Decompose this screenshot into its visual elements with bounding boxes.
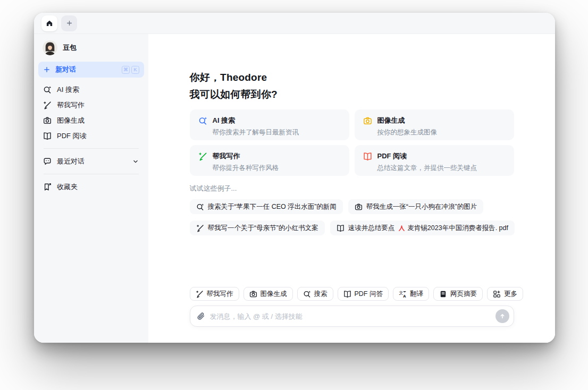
example-chips: 搜索关于“苹果下一任 CEO 浮出水面”的新闻 帮我生成一张“一只小狗在冲浪”的… (190, 199, 519, 235)
card-description: 帮你搜索并了解每日最新资讯 (213, 128, 341, 137)
skill-chip-pdf-qa[interactable]: PDF 问答 (338, 287, 389, 301)
camera-icon (249, 290, 257, 298)
plus-icon (66, 20, 73, 27)
more-grid-icon (493, 290, 501, 298)
translate-icon (399, 290, 407, 298)
sidebar-item-recent-chats[interactable]: 最近对话 (38, 154, 144, 169)
skill-label: 图像生成 (261, 290, 287, 299)
feature-card-ai-search[interactable]: AI 搜索 帮你搜索并了解每日最新资讯 (190, 109, 349, 140)
skill-label: 网页摘要 (450, 290, 477, 299)
pdf-attachment: 麦肯锡2023年中国消费者报告. pdf (398, 224, 508, 233)
skill-chip-help-me-write[interactable]: 帮我写作 (190, 287, 239, 301)
bookmark-add-icon (43, 183, 52, 191)
camera-icon (363, 116, 372, 125)
sidebar: 豆包 新对话 ⌘ K AI 搜索 帮我写作 (34, 34, 148, 343)
tab-home[interactable] (41, 15, 57, 31)
feature-card-image-generation[interactable]: 图像生成 按你的想象生成图像 (355, 109, 514, 140)
search-sparkle-icon (303, 290, 311, 298)
pen-sparkle-icon (198, 152, 207, 161)
example-chip-generate-image[interactable]: 帮我生成一张“一只小狗在冲浪”的图片 (348, 199, 483, 214)
message-composer (190, 306, 514, 327)
keyboard-shortcut: ⌘ K (122, 66, 139, 74)
pen-sparkle-icon (196, 224, 204, 232)
new-chat-label: 新对话 (55, 65, 117, 74)
skill-chip-webpage-summary[interactable]: 网页摘要 (433, 287, 483, 301)
main-panel: 你好，Theodore 我可以如何帮到你? AI 搜索 帮你搜索并了解每日最新资… (148, 34, 555, 343)
skill-label: 帮我写作 (207, 290, 233, 299)
chat-bubble-icon (43, 157, 52, 166)
window-tab-bar (34, 13, 555, 34)
message-input[interactable] (210, 312, 495, 320)
pdf-file-icon (398, 225, 405, 232)
divider (44, 174, 139, 174)
card-title: AI 搜索 (213, 116, 236, 125)
pen-sparkle-icon (196, 290, 204, 298)
send-arrow-icon (499, 312, 506, 320)
send-button[interactable] (495, 309, 509, 323)
card-description: 帮你提升各种写作风格 (213, 164, 341, 173)
sidebar-item-help-me-write[interactable]: 帮我写作 (38, 97, 144, 113)
book-icon (43, 132, 52, 140)
book-icon (363, 152, 372, 161)
book-icon (343, 290, 351, 298)
chip-text: 搜索关于“苹果下一任 CEO 浮出水面”的新闻 (208, 202, 337, 211)
sidebar-item-favorites[interactable]: 收藏夹 (38, 179, 144, 194)
skill-chip-translate[interactable]: 翻译 (393, 287, 429, 301)
sidebar-item-label: AI 搜索 (57, 85, 139, 95)
chip-text: 帮我写一个关于“母亲节”的小红书文案 (208, 224, 318, 233)
search-sparkle-icon (43, 86, 52, 94)
webpage-icon (439, 290, 447, 298)
composer-area: 帮我写作 图像生成 搜索 PDF 问答 (148, 287, 555, 343)
sidebar-item-image-generation[interactable]: 图像生成 (38, 113, 144, 128)
chip-text: 帮我生成一张“一只小狗在冲浪”的图片 (366, 202, 477, 211)
example-chip-search-news[interactable]: 搜索关于“苹果下一任 CEO 浮出水面”的新闻 (190, 199, 343, 214)
example-chip-write-post[interactable]: 帮我写一个关于“母亲节”的小红书文案 (190, 221, 325, 235)
chip-text: 速读并总结要点 (348, 224, 395, 233)
book-icon (337, 224, 345, 232)
card-description: 总结这篇文章，并提供一些关键点 (377, 164, 506, 173)
avatar (43, 40, 57, 55)
profile-row[interactable]: 豆包 (38, 39, 144, 62)
sidebar-item-label: PDF 阅读 (57, 131, 139, 141)
skill-chip-more[interactable]: 更多 (487, 287, 523, 301)
greeting-line-2: 我可以如何帮到你? (190, 86, 514, 103)
search-sparkle-icon (198, 116, 207, 125)
k-key: K (131, 66, 139, 74)
command-key: ⌘ (122, 66, 130, 74)
skill-label: 更多 (504, 290, 517, 299)
home-icon (46, 20, 53, 27)
sidebar-item-new-chat[interactable]: 新对话 ⌘ K (38, 62, 144, 78)
sidebar-item-label: 帮我写作 (57, 100, 139, 110)
profile-name: 豆包 (63, 43, 77, 53)
doubao-app-window: 豆包 新对话 ⌘ K AI 搜索 帮我写作 (34, 13, 555, 343)
sidebar-item-label: 收藏夹 (57, 182, 139, 192)
skill-chip-search[interactable]: 搜索 (297, 287, 333, 301)
sidebar-item-label: 图像生成 (57, 116, 139, 125)
divider (44, 148, 139, 149)
feature-cards: AI 搜索 帮你搜索并了解每日最新资讯 图像生成 按你的想象生成图像 (190, 109, 514, 176)
skill-chip-image-generation[interactable]: 图像生成 (243, 287, 293, 301)
sidebar-item-pdf-reading[interactable]: PDF 阅读 (38, 128, 144, 143)
paperclip-icon[interactable] (197, 312, 205, 320)
attachment-name: 麦肯锡2023年中国消费者报告. pdf (407, 224, 508, 233)
card-title: 帮我写作 (213, 151, 240, 161)
card-title: 图像生成 (377, 116, 405, 125)
skill-toolbar: 帮我写作 图像生成 搜索 PDF 问答 (190, 287, 514, 301)
sidebar-item-ai-search[interactable]: AI 搜索 (38, 82, 144, 97)
example-chip-summarize-pdf[interactable]: 速读并总结要点 麦肯锡2023年中国消费者报告. pdf (330, 221, 515, 235)
card-description: 按你的想象生成图像 (377, 128, 506, 137)
desktop-background: 豆包 新对话 ⌘ K AI 搜索 帮我写作 (0, 0, 588, 390)
camera-icon (43, 116, 52, 125)
card-title: PDF 阅读 (377, 151, 407, 161)
examples-label: 试试这些例子... (190, 184, 514, 193)
skill-label: 搜索 (314, 290, 327, 299)
feature-card-help-me-write[interactable]: 帮我写作 帮你提升各种写作风格 (190, 145, 349, 176)
sidebar-item-label: 最近对话 (57, 157, 127, 166)
chevron-down-icon[interactable] (132, 158, 139, 165)
plus-icon (43, 66, 51, 73)
camera-icon (355, 203, 363, 211)
new-tab-button[interactable] (61, 15, 77, 31)
greeting-line-1: 你好，Theodore (190, 69, 514, 86)
feature-card-pdf-reading[interactable]: PDF 阅读 总结这篇文章，并提供一些关键点 (355, 145, 514, 176)
skill-label: 翻译 (410, 290, 423, 299)
